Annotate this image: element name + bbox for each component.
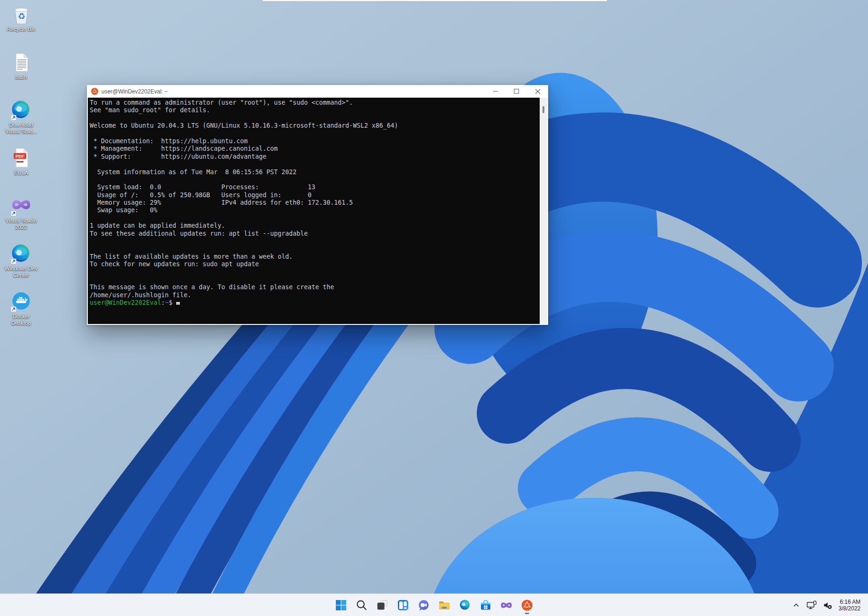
desktop-icon-windows-dev-center[interactable]: Windows DevCenter [2, 243, 40, 288]
terminal-line: This message is shown once a day. To dis… [90, 284, 540, 291]
widgets-icon [397, 599, 409, 611]
terminal-line [90, 269, 540, 276]
terminal-line: Swap usage: 0% [90, 207, 540, 214]
background-window-edge [263, 0, 607, 2]
task-view-icon [376, 599, 388, 611]
window-title: user@WinDev2202Eval: ~ [101, 88, 485, 95]
clock[interactable]: 6:16 AM 3/8/2022 [838, 599, 860, 612]
terminal-cursor [176, 302, 180, 305]
svg-text:♻: ♻ [17, 11, 25, 21]
chevron-up-icon [792, 601, 800, 609]
terminal-line [90, 276, 540, 284]
terminal-line [90, 115, 540, 122]
terminal-line: System information as of Tue Mar 8 06:15… [90, 169, 540, 176]
taskbar-edge-button[interactable] [459, 599, 471, 611]
network-button[interactable] [806, 601, 817, 610]
taskbar-center-icons [0, 594, 868, 616]
terminal-line: * Support: https://ubuntu.com/advantage [90, 153, 540, 161]
desktop-icon-label: DownloadVisual Stud... [5, 122, 37, 135]
file-explorer-icon [438, 599, 450, 611]
prompt-symbol: $ [169, 299, 172, 306]
maximize-button[interactable] [506, 85, 527, 98]
taskbar-file-explorer-button[interactable] [438, 599, 450, 611]
shortcut-arrow-badge [11, 307, 16, 312]
tray-chevron-up-button[interactable] [792, 601, 800, 609]
terminal-output[interactable]: To run a command as administrator (user … [88, 98, 540, 324]
maximize-icon [514, 89, 519, 94]
desktop-icon-label: Recycle Bin [7, 26, 36, 33]
scrollbar-thumb[interactable] [542, 106, 544, 113]
desktop-icon-eula-pdf[interactable]: PDFEULA [2, 147, 40, 192]
minimize-button[interactable] [485, 85, 506, 98]
system-tray: 6:16 AM 3/8/2022 [792, 594, 868, 616]
search-icon [356, 599, 368, 611]
desktop-icon-grid: ♻Recycle BinbashDownloadVisual Stud...PD… [2, 0, 40, 347]
terminal-line [90, 238, 540, 245]
clock-date: 3/8/2022 [838, 605, 860, 612]
minimize-icon [493, 89, 498, 94]
volume-muted-icon [823, 601, 832, 610]
terminal-line: Usage of /: 0.5% of 250.98GB Users logge… [90, 192, 540, 199]
taskbar-store-button[interactable] [480, 599, 492, 611]
svg-text:PDF: PDF [16, 154, 24, 159]
terminal-line: 1 update can be applied immediately. [90, 222, 540, 230]
desktop-icon-docker-desktop[interactable]: DockerDesktop [2, 291, 40, 336]
prompt-colon: : [161, 299, 165, 306]
terminal-window: user@WinDev2202Eval: ~ To run a command … [87, 85, 548, 325]
terminal-line: To run a command as administrator (user … [90, 99, 540, 107]
desktop-icon-download-visual-studio[interactable]: DownloadVisual Stud... [2, 100, 40, 145]
terminal-line: Memory usage: 29% IPv4 address for eth0:… [90, 199, 540, 207]
taskbar: 6:16 AM 3/8/2022 [0, 593, 868, 616]
close-icon [535, 89, 541, 94]
desktop: ♻Recycle BinbashDownloadVisual Stud...PD… [0, 0, 868, 616]
visual-studio-icon [500, 599, 512, 611]
terminal-line: * Management: https://landscape.canonica… [90, 145, 540, 153]
terminal-line: See "man sudo_root" for details. [90, 107, 540, 114]
ubuntu-icon [91, 88, 98, 95]
close-button[interactable] [527, 85, 548, 98]
terminal-line: System load: 0.0 Processes: 13 [90, 184, 540, 191]
store-icon [480, 599, 492, 611]
terminal-line: To check for new updates run: sudo apt u… [90, 261, 540, 268]
pdf-file-icon: PDF [10, 147, 32, 169]
chat-icon [418, 599, 430, 611]
desktop-icon-label: Windows DevCenter [5, 266, 38, 278]
start-icon [335, 599, 347, 611]
clock-time: 6:16 AM [838, 599, 860, 605]
terminal-line [90, 245, 540, 253]
desktop-icon-label: bash [16, 74, 27, 81]
terminal-line: * Documentation: https://help.ubuntu.com [90, 138, 540, 145]
taskbar-visual-studio-button[interactable] [500, 599, 512, 611]
taskbar-chat-button[interactable] [418, 599, 430, 611]
edge-shortcut-icon [10, 100, 32, 121]
text-file-icon [10, 52, 32, 73]
taskbar-ubuntu-button[interactable] [521, 599, 533, 611]
taskbar-start-button[interactable] [335, 599, 347, 611]
taskbar-search-button[interactable] [356, 599, 368, 611]
edge-icon [459, 599, 471, 611]
taskbar-task-view-button[interactable] [376, 599, 388, 611]
terminal-line [90, 130, 540, 138]
taskbar-widgets-button[interactable] [397, 599, 409, 611]
terminal-line [90, 176, 540, 184]
prompt-user-host: user@WinDev2202Eval [90, 299, 161, 306]
recycle-bin-icon: ♻ [10, 4, 32, 25]
desktop-icon-bash-file[interactable]: bash [2, 52, 40, 97]
terminal-prompt-line: user@WinDev2202Eval:~$ [90, 299, 540, 307]
terminal-line [90, 161, 540, 168]
vs-shortcut-icon [10, 195, 32, 217]
edge-shortcut-icon [10, 243, 32, 265]
docker-shortcut-icon [10, 291, 32, 313]
active-app-indicator [525, 613, 529, 614]
volume-button[interactable] [823, 601, 832, 610]
terminal-scrollbar[interactable] [540, 98, 547, 324]
ubuntu-icon [521, 599, 533, 611]
desktop-icon-label: EULA [14, 170, 28, 177]
terminal-body: To run a command as administrator (user … [87, 98, 548, 325]
terminal-titlebar[interactable]: user@WinDev2202Eval: ~ [87, 85, 548, 98]
desktop-icon-visual-studio-2022[interactable]: Visual Studio2022 [2, 195, 40, 240]
shortcut-arrow-badge [11, 211, 16, 216]
prompt-path: ~ [165, 299, 169, 306]
desktop-icon-recycle-bin[interactable]: ♻Recycle Bin [2, 4, 40, 49]
terminal-line: The list of available updates is more th… [90, 253, 540, 261]
